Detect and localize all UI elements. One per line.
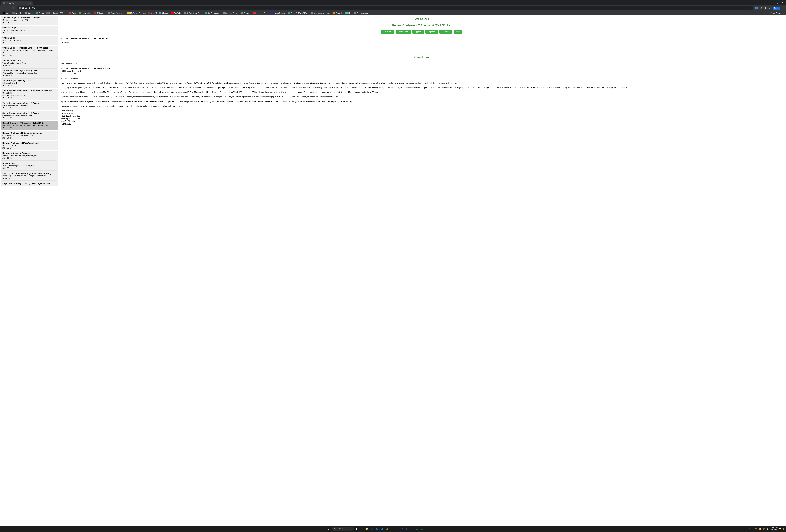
forward-icon[interactable]: → xyxy=(6,6,10,10)
interview-button[interactable]: Interview xyxy=(439,30,452,34)
job-card-title: Network Engineer with Security Clearance xyxy=(2,132,56,134)
terminal-icon[interactable]: ▸_ xyxy=(395,527,399,531)
reload-icon[interactable]: ⟳ xyxy=(11,6,15,10)
job-card[interactable]: NOC EngineerInvision Technologies, LLC, … xyxy=(1,161,58,170)
tray-copilot-icon[interactable]: ◐ xyxy=(783,528,784,530)
maximize-icon[interactable]: ▢ xyxy=(777,2,779,4)
menu-icon[interactable]: ⋮ xyxy=(782,7,784,9)
applied-button[interactable]: Applied xyxy=(413,30,424,34)
bookmark-item[interactable]: Student Central xyxy=(223,11,239,15)
bookmark-item[interactable]: IU Orientation Portal xyxy=(183,11,203,15)
job-card[interactable]: Surveillance Investigator - Entry LevelC… xyxy=(1,68,58,78)
edge-icon[interactable]: ◉ xyxy=(370,527,374,531)
bookmark-label: Magic Mirror Menu xyxy=(111,12,125,14)
tab-close-icon[interactable]: × xyxy=(30,2,31,4)
job-card-title: Support Engineer (Entry Level) xyxy=(2,79,56,82)
file-explorer-icon[interactable]: 📁 xyxy=(365,527,369,531)
cover-letter-button[interactable]: Cover Letter xyxy=(395,30,411,34)
vscode-icon[interactable]: ⋈ xyxy=(400,527,404,531)
bookmark-favicon-icon xyxy=(25,12,27,14)
taskbar-search[interactable]: 🔍 Search xyxy=(332,527,354,531)
job-card[interactable]: Systems Engineer - Advanced ConceptsMb S… xyxy=(1,16,58,25)
task-view-icon[interactable]: ▭ xyxy=(360,527,364,531)
tray-chevron-icon[interactable]: ^ xyxy=(749,528,750,530)
job-card[interactable]: System Engineer (Multiple Levels) - Full… xyxy=(1,46,58,58)
bookmark-item[interactable]: Apply IU xyxy=(11,11,23,15)
new-tab-icon[interactable]: + xyxy=(34,1,36,4)
tray-notifications-icon[interactable]: 💬 xyxy=(779,528,781,530)
bookmark-item[interactable]: One.IU xyxy=(147,11,158,15)
job-list-panel[interactable]: Systems Engineer - Advanced ConceptsMb S… xyxy=(0,15,58,526)
job-card[interactable]: Network Engineer I – NOC (Entry Level)JS… xyxy=(1,141,58,151)
minimize-icon[interactable]: — xyxy=(771,2,773,4)
bookmark-item[interactable]: Gmail xyxy=(68,11,77,15)
store-icon[interactable]: 🛍 xyxy=(375,527,379,531)
bookmark-item[interactable]: Power E*TRADE | Tr... xyxy=(287,11,309,15)
bookmark-item[interactable]: My Drive - Google... xyxy=(126,11,147,15)
bookmark-item[interactable]: Dashboard :: BCS H... xyxy=(45,11,67,15)
job-card[interactable]: Support Engineer (Entry Level)Ericsson, … xyxy=(1,78,58,88)
copilot-icon[interactable]: ◐ xyxy=(355,527,359,531)
bookmark-item[interactable]: Canvas xyxy=(24,11,34,15)
taskbar-clock[interactable]: 2:35 PM 9/29/2024 xyxy=(770,527,778,531)
bookmark-item[interactable]: 3rd Party Access xyxy=(204,11,222,15)
job-card[interactable]: Network Automation EngineerTekOne IT Ser… xyxy=(1,151,58,161)
bookmark-item[interactable]: Apple xyxy=(2,11,11,15)
profile-badge[interactable]: Error xyxy=(773,7,780,9)
bookmark-item[interactable]: Personal Gmail xyxy=(252,11,269,15)
cover-p3: Moreover, I have gained hands on experie… xyxy=(61,91,783,94)
bookmark-item[interactable]: Homebridge xyxy=(78,11,92,15)
bookmark-item[interactable]: Magic Mirror Menu xyxy=(107,11,126,15)
browser-tab[interactable]: ● Jobs List × xyxy=(1,1,33,5)
job-card[interactable]: Senior System Administrator - VMWareChen… xyxy=(1,111,58,120)
tray-onedrive-icon[interactable]: ☁ xyxy=(752,528,753,530)
job-card[interactable]: Linux System Administrator (Entry to Sen… xyxy=(1,171,58,181)
start-icon[interactable]: ⊞ xyxy=(327,527,331,531)
rejected-button[interactable]: Rejected xyxy=(425,30,438,34)
bookmark-item[interactable]: Clever xyxy=(35,11,45,15)
app-icon-2[interactable]: ▯ xyxy=(410,527,414,531)
job-card[interactable]: Senior System Administrator - VMWare wit… xyxy=(1,89,58,100)
url-bar[interactable]: ⓘ 127.0.0.1:5001 ☆ xyxy=(17,6,753,10)
job-card[interactable]: Legal Support Analyst I (Entry Level Leg… xyxy=(1,181,58,186)
tray-keyboard-icon[interactable]: ⌨ xyxy=(755,528,757,530)
bookmark-star-icon[interactable]: ☆ xyxy=(749,7,751,9)
extension-lastpass-icon[interactable]: ▪ xyxy=(755,7,758,9)
tray-volume-icon[interactable]: 🔊 xyxy=(763,528,765,530)
bookmark-label: 3rd Party Access xyxy=(208,12,221,14)
downloads-icon[interactable]: ⬇ xyxy=(764,7,766,9)
extension-generic-icon[interactable]: ◆ xyxy=(768,7,771,9)
excel-icon[interactable]: X xyxy=(420,527,424,531)
job-card[interactable]: Senior System Administrator - VMWareChen… xyxy=(1,101,58,110)
job-card[interactable]: Systems EngineerRoviSys, Peachtree City,… xyxy=(1,26,58,35)
pycharm-icon[interactable]: ▣ xyxy=(385,527,389,531)
bookmark-item[interactable]: Paystubs xyxy=(240,11,252,15)
job-card[interactable]: Network Engineer with Security Clearance… xyxy=(1,131,58,140)
tray-battery-icon[interactable]: 🔋 xyxy=(766,528,768,530)
job-card[interactable]: System Engineer IDEX Imaging, Tampa, FL2… xyxy=(1,36,58,45)
word-icon[interactable]: W xyxy=(415,527,419,531)
bookmark-item[interactable]: IU Canvas xyxy=(93,11,106,15)
job-card[interactable]: System AdministratorVisory, Greater Phoe… xyxy=(1,58,58,68)
chrome-icon[interactable]: 🌐 xyxy=(380,527,384,531)
bookmark-item[interactable]: First Merchants xyxy=(353,11,370,15)
bookmark-item[interactable]: YouTube xyxy=(170,11,182,15)
job-card[interactable]: Recent Graduate - IT Specialist (SYSADMI… xyxy=(1,121,58,130)
hide-button[interactable]: Hide xyxy=(454,30,462,34)
bookmark-item[interactable]: Skyward xyxy=(158,11,170,15)
close-icon[interactable]: ✕ xyxy=(782,2,784,4)
detail-date: 2024-09-20 xyxy=(61,41,783,44)
tray-wifi-icon[interactable]: 📶 xyxy=(759,528,761,530)
go-to-job-button[interactable]: Go to job xyxy=(381,30,394,34)
job-card-title: Senior System Administrator - VMWare wit… xyxy=(2,90,56,94)
bookmark-item[interactable]: Edpuzzle xyxy=(332,11,344,15)
bookmark-item[interactable]: https://one.apple.co... xyxy=(310,11,331,15)
all-bookmarks-button[interactable]: 🗀All Bookmarks xyxy=(771,12,784,14)
power-automate-icon[interactable]: ▶ xyxy=(405,527,409,531)
site-info-icon[interactable]: ⓘ xyxy=(19,7,21,9)
bookmark-item[interactable]: Mint xyxy=(344,11,353,15)
back-icon[interactable]: ← xyxy=(1,6,5,10)
app-icon-1[interactable]: ✦ xyxy=(390,527,394,531)
bookmark-item[interactable]: Yahoo Finance xyxy=(270,11,286,15)
extensions-icon[interactable]: 🧩 xyxy=(760,7,763,9)
